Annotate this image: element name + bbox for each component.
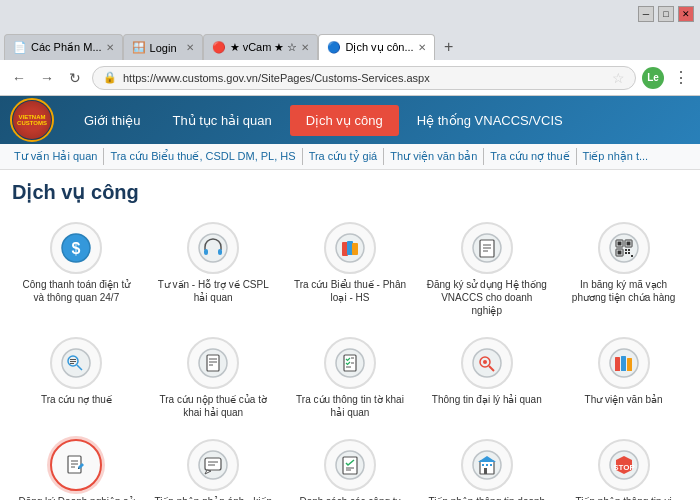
close-button[interactable]: ✕ — [678, 6, 694, 22]
service-company-info[interactable]: Tiếp nhận thông tin doanh nghiệp — [422, 433, 551, 500]
service-violation-report-label: Tiếp nhận thông tin vi phạm pháp luật hả… — [563, 495, 684, 500]
service-agent-info[interactable]: Thông tin đại lý hải quan — [422, 331, 551, 425]
url-bar[interactable]: 🔒 https://www.customs.gov.vn/SitePages/C… — [92, 66, 636, 90]
service-vnaccs-reg-label: Đăng ký sử dụng Hệ thống VNACCS cho doan… — [426, 278, 547, 317]
svg-rect-47 — [615, 357, 620, 371]
svg-rect-8 — [352, 243, 358, 255]
service-scrap-import-icon — [324, 439, 376, 491]
tab-dichvucong-icon: 🔵 — [327, 41, 341, 55]
service-vnaccs-reg[interactable]: Đăng ký sử dụng Hệ thống VNACCS cho doan… — [422, 216, 551, 323]
lock-icon: 🔒 — [103, 71, 117, 84]
service-feedback-icon — [187, 439, 239, 491]
svg-rect-30 — [70, 361, 76, 362]
tab-vcam-close[interactable]: ✕ — [301, 42, 309, 53]
tab-phanmem-close[interactable]: ✕ — [106, 42, 114, 53]
service-library-label: Thư viện văn bản — [585, 393, 663, 406]
service-scrap-import-label: Danh sách các công ty được cấp giấy xác … — [290, 495, 411, 500]
svg-point-14 — [610, 234, 638, 262]
svg-rect-68 — [486, 464, 488, 466]
service-company-info-icon — [461, 439, 513, 491]
svg-rect-31 — [70, 363, 74, 364]
service-qrcode[interactable]: In băng ký mã vạch phương tiện chứa hàng — [559, 216, 688, 323]
service-scrap-import[interactable]: Danh sách các công ty được cấp giấy xác … — [286, 433, 415, 500]
tab-phanmem-icon: 📄 — [13, 41, 27, 55]
service-tariff[interactable]: Tra cứu Biểu thuế - Phân loại - HS — [286, 216, 415, 323]
tab-vcam-label: ★ vCam ★ ☆ — [230, 41, 298, 54]
site-logo: VIETNAMCUSTOMS — [10, 98, 54, 142]
service-violation-report-icon: STOP — [598, 439, 650, 491]
service-search-tax[interactable]: Tra cứu nộp thuế của tờ khai hải quan — [149, 331, 278, 425]
tab-login-close[interactable]: ✕ — [186, 42, 194, 53]
nav-dich-vu-cong[interactable]: Dịch vụ công — [290, 105, 399, 136]
svg-text:$: $ — [72, 240, 81, 257]
service-tariff-label: Tra cứu Biểu thuế - Phân loại - HS — [290, 278, 411, 304]
svg-rect-66 — [484, 468, 487, 474]
service-feedback[interactable]: Tiếp nhận phản ánh - kiến nghị — [149, 433, 278, 500]
svg-rect-20 — [617, 251, 621, 255]
service-qrcode-label: In băng ký mã vạch phương tiện chứa hàng — [563, 278, 684, 304]
service-support[interactable]: Tư vấn - Hỗ trợ về CSPL hải quan — [149, 216, 278, 323]
sec-nav-tuvan[interactable]: Tư vấn Hải quan — [8, 148, 104, 165]
service-search-tax-label: Tra cứu nộp thuế của tờ khai hải quan — [153, 393, 274, 419]
nav-gioi-thieu[interactable]: Giới thiệu — [70, 107, 154, 134]
svg-rect-22 — [628, 249, 630, 251]
service-grid-row2: Tra cứu nợ thuế Tra cứu nộp thuế của tờ … — [12, 331, 688, 425]
service-support-icon — [187, 222, 239, 274]
nav-thu-tuc[interactable]: Thủ tục hải quan — [158, 107, 285, 134]
service-library-icon — [598, 337, 650, 389]
service-tariff-icon — [324, 222, 376, 274]
svg-rect-38 — [344, 355, 356, 371]
site-header: VIETNAMCUSTOMS Giới thiệu Thủ tục hải qu… — [0, 96, 700, 144]
service-search-declaration[interactable]: Tra cứu thông tin tờ khai hải quan — [286, 331, 415, 425]
sec-nav-tiepnhan[interactable]: Tiếp nhận t... — [577, 148, 655, 165]
tab-dichvucong[interactable]: 🔵 Dịch vụ côn... ✕ — [318, 34, 434, 60]
service-payment[interactable]: $ Công thanh toán điện tử và thông quan … — [12, 216, 141, 323]
service-agent-info-label: Thông tin đại lý hải quan — [432, 393, 542, 406]
secondary-nav: Tư vấn Hải quan Tra cứu Biểu thuế, CSDL … — [0, 144, 700, 170]
tab-dichvucong-close[interactable]: ✕ — [418, 42, 426, 53]
svg-rect-24 — [628, 252, 630, 254]
maximize-button[interactable]: □ — [658, 6, 674, 22]
tab-phanmem[interactable]: 📄 Các Phần M... ✕ — [4, 34, 123, 60]
service-search-debt[interactable]: Tra cứu nợ thuế — [12, 331, 141, 425]
window-controls[interactable]: ─ □ ✕ — [638, 6, 694, 22]
back-button[interactable]: ← — [8, 67, 30, 89]
reload-button[interactable]: ↻ — [64, 67, 86, 89]
forward-button[interactable]: → — [36, 67, 58, 89]
tab-login[interactable]: 🪟 Login ✕ — [123, 34, 203, 60]
sec-nav-notthue[interactable]: Tra cứu nợ thuế — [484, 148, 576, 165]
main-content: Dịch vụ công $ Công thanh toán điện tử v… — [0, 170, 700, 500]
service-grid-row1: $ Công thanh toán điện tử và thông quan … — [12, 216, 688, 323]
service-company-info-label: Tiếp nhận thông tin doanh nghiệp — [426, 495, 547, 500]
tab-vcam-icon: 🔴 — [212, 41, 226, 55]
service-search-declaration-icon — [324, 337, 376, 389]
service-register-business-icon — [50, 439, 102, 491]
svg-rect-21 — [625, 249, 627, 251]
service-search-debt-icon — [50, 337, 102, 389]
browser-menu-button[interactable]: ⋮ — [670, 67, 692, 89]
sec-nav-thuvien[interactable]: Thư viện văn bản — [384, 148, 484, 165]
sec-nav-tygia[interactable]: Tra cứu tỷ giá — [303, 148, 385, 165]
user-avatar[interactable]: Le — [642, 67, 664, 89]
svg-point-26 — [62, 349, 90, 377]
svg-rect-60 — [343, 457, 357, 474]
minimize-button[interactable]: ─ — [638, 6, 654, 22]
svg-rect-49 — [627, 358, 632, 371]
bookmark-icon[interactable]: ☆ — [612, 70, 625, 86]
svg-rect-4 — [218, 249, 222, 255]
service-register-business-label: Đăng ký Doanh nghiệp sử dụng chữ ký số — [16, 495, 137, 500]
svg-text:STOP: STOP — [613, 463, 635, 472]
nav-vnaccs[interactable]: Hệ thống VNACCS/VCIS — [403, 107, 577, 134]
service-register-business[interactable]: Đăng ký Doanh nghiệp sử dụng chữ ký số — [12, 433, 141, 500]
new-tab-button[interactable]: + — [435, 34, 463, 60]
tab-vcam[interactable]: 🔴 ★ vCam ★ ☆ ✕ — [203, 34, 319, 60]
svg-rect-69 — [490, 464, 492, 466]
service-search-declaration-label: Tra cứu thông tin tờ khai hải quan — [290, 393, 411, 419]
sec-nav-bieuthue[interactable]: Tra cứu Biểu thuế, CSDL DM, PL, HS — [104, 148, 302, 165]
service-library[interactable]: Thư viện văn bản — [559, 331, 688, 425]
svg-rect-16 — [617, 242, 621, 246]
service-violation-report[interactable]: STOP Tiếp nhận thông tin vi phạm pháp lu… — [559, 433, 688, 500]
tab-phanmem-label: Các Phần M... — [31, 41, 102, 54]
svg-rect-23 — [625, 252, 627, 254]
svg-rect-55 — [205, 458, 221, 470]
